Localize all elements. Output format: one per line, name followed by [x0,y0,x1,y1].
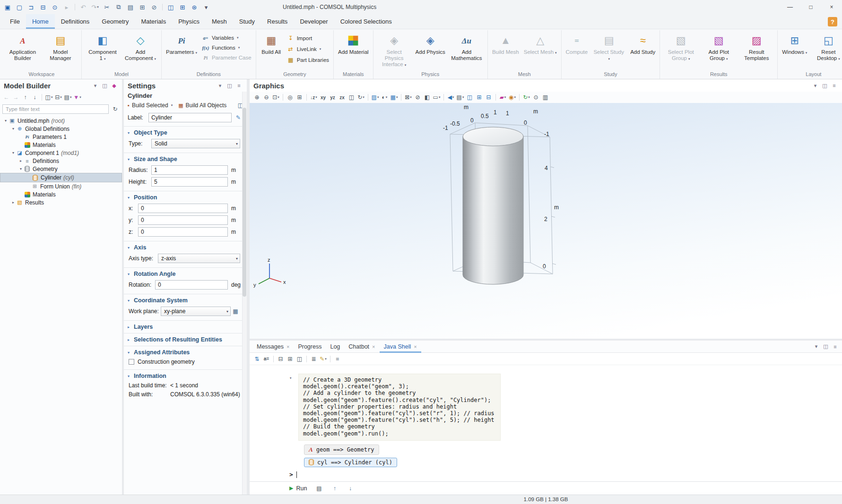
build-all-button[interactable]: ▦Build All [259,31,284,70]
section-header-size-and-shape[interactable]: ▾Size and Shape [124,154,247,164]
construction-geometry-checkbox[interactable] [129,359,134,365]
tab-materials[interactable]: Materials [135,14,172,29]
tree-node-results[interactable]: ▸▧Results [0,198,122,206]
add-physics-button[interactable]: ◈Add Physics [414,31,447,70]
zoom-extents-icon[interactable]: ◎ [286,93,295,102]
section-header-axis[interactable]: ▾Axis [124,243,247,252]
view-yz-icon[interactable]: yz [328,93,337,102]
section-header-information[interactable]: ▾Information [124,371,247,381]
section-header-rotation-angle[interactable]: ▾Rotation Angle [124,269,247,279]
float-panel-icon[interactable]: ◫ [226,82,234,90]
tree-node-definitions[interactable]: ▸≡Definitions [0,157,122,165]
help-icon[interactable]: ? [828,17,837,26]
y-input[interactable] [138,215,228,225]
run-button[interactable]: ▶ Run [289,485,307,492]
window-new-icon[interactable]: ⊞ [475,93,484,102]
tree-node-cylinder[interactable]: Cylinder(cyl) [0,173,122,182]
go-to-view-icon[interactable]: ↓z▾ [309,93,318,102]
scrollbar-thumb[interactable] [243,108,246,297]
z-input[interactable] [138,227,228,237]
windows-button[interactable]: ⊞Windows ▾ [780,31,809,70]
tab-results[interactable]: Results [261,14,294,29]
rearrange-icon[interactable]: ⇅ [252,354,261,363]
tree-expander[interactable]: ▾ [18,167,24,171]
flip-view-icon[interactable]: ◫ [347,93,356,102]
delete-icon[interactable]: ⊘ [148,1,160,13]
transparency-icon[interactable]: ◧ [423,93,432,102]
minimize-button[interactable]: — [780,0,800,14]
copy-icon[interactable]: ⧉ [113,1,124,13]
zoom-box-icon[interactable]: ⊡▾ [271,93,280,102]
rename-icon[interactable]: ✎ [234,114,243,121]
update-plot-icon[interactable]: ↻▾ [522,93,531,102]
select-box-icon[interactable]: ⊠▾ [404,93,413,102]
panel-options-icon[interactable]: ≡ [831,342,839,350]
add-study-button[interactable]: ≈Add Study [628,31,657,70]
variables-helper-icon[interactable]: a= [262,354,271,363]
new-work-plane-icon[interactable]: ▦ [231,308,240,315]
sort-icon[interactable]: ▤▾ [63,93,72,102]
window-split-icon[interactable]: ◫ [465,93,474,102]
float-panel-icon[interactable]: ◫ [822,342,830,350]
save-icon[interactable]: ⊟ [37,1,49,13]
tab-developer[interactable]: Developer [294,14,334,29]
tree-node-parameters-1[interactable]: PiParameters 1 [0,133,122,141]
close-tab-icon[interactable]: × [286,344,289,350]
window-layout-icon[interactable]: ◫ [165,1,176,13]
result-chip[interactable]: cyl ==> Cylinder (cyl) [304,458,397,467]
print-icon[interactable]: ▥ [541,93,550,102]
zoom-out-icon[interactable]: ⊖ [262,93,271,102]
paste-icon[interactable]: ▤ [125,1,136,13]
window-tile-icon[interactable]: ⊟ [484,93,493,102]
tree-filter-input[interactable] [2,104,109,114]
pin-icon[interactable]: ◆ [110,82,118,90]
section-header-selections-of-resulting-entities[interactable]: ▸Selections of Resulting Entities [124,335,247,344]
tab-colored-selections[interactable]: Colored Selections [334,14,398,29]
rotation-input[interactable] [155,280,228,290]
section-header-coordinate-system[interactable]: ▾Coordinate System [124,296,247,305]
tab-home[interactable]: Home [26,14,55,29]
tree-expander[interactable]: ▸ [10,200,16,205]
customize-toolbar-icon[interactable]: ▾ [200,1,212,13]
highlight-icon[interactable]: ✎▾ [319,354,328,363]
import-button[interactable]: ↧Import [285,34,331,42]
panel-menu-icon[interactable]: ▾ [812,342,820,350]
tab-geometry[interactable]: Geometry [95,14,135,29]
tree-node-materials[interactable]: Materials [0,190,122,198]
tree-node-geometry[interactable]: ▾Geometry [0,165,122,173]
graphics-canvas[interactable]: z y x m0.511m0-0.5-10-14m20 [250,103,842,339]
scene-color-icon[interactable]: ▨▾ [371,93,380,102]
add-material-button[interactable]: Add Material [336,31,371,70]
hide-objects-icon[interactable]: ⊘ [413,93,422,102]
view-zx-icon[interactable]: zx [338,93,347,102]
build-all-objects-button[interactable]: ▦ Build All Objects [178,102,226,109]
filter-icon[interactable]: ▼▾ [73,93,82,102]
expand-cells-icon[interactable]: ⊞ [286,354,295,363]
find-icon[interactable]: ⊙ [49,1,61,13]
maximize-button[interactable]: □ [800,0,821,14]
tree-node-component-1[interactable]: ▾◪Component 1(mod1) [0,149,122,157]
tab-study[interactable]: Study [233,14,261,29]
variables-button[interactable]: a=Variables▾ [200,34,253,41]
panel-options-icon[interactable]: ≡ [235,82,243,90]
refresh-icon[interactable]: ↻ [111,105,120,114]
cell-fold-icon[interactable]: ▾ [289,376,292,380]
float-panel-icon[interactable]: ◫ [101,82,109,90]
material-color-icon[interactable]: ◉▾ [508,93,517,102]
tree-node-global-definitions[interactable]: ▾⊕Global Definitions [0,125,122,133]
functions-button[interactable]: f(x)Functions▾ [200,44,253,51]
tab-progress[interactable]: Progress [294,341,326,353]
environment-icon[interactable]: ▦▾ [390,93,399,102]
command-window-icon[interactable]: ▤ [314,484,323,493]
panel-options-icon[interactable]: ≡ [830,82,838,90]
part-libraries-button[interactable]: ▦Part Libraries [285,56,331,64]
component-1-button[interactable]: ◧Component 1 ▾ [84,31,121,70]
panel-menu-icon[interactable]: ▾ [91,82,99,90]
work-plane-select[interactable]: xy-plane▾ [161,307,231,316]
model-manager-button[interactable]: ▤Model Manager [42,31,79,70]
zoom-in-icon[interactable]: ⊕ [252,93,261,102]
tab-chatbot[interactable]: Chatbot× [344,341,379,353]
reset-desktop-button[interactable]: ◱Reset Desktop ▾ [810,31,842,70]
section-header-layers[interactable]: ▸Layers [124,322,247,332]
prompt-row[interactable]: > [289,471,842,478]
